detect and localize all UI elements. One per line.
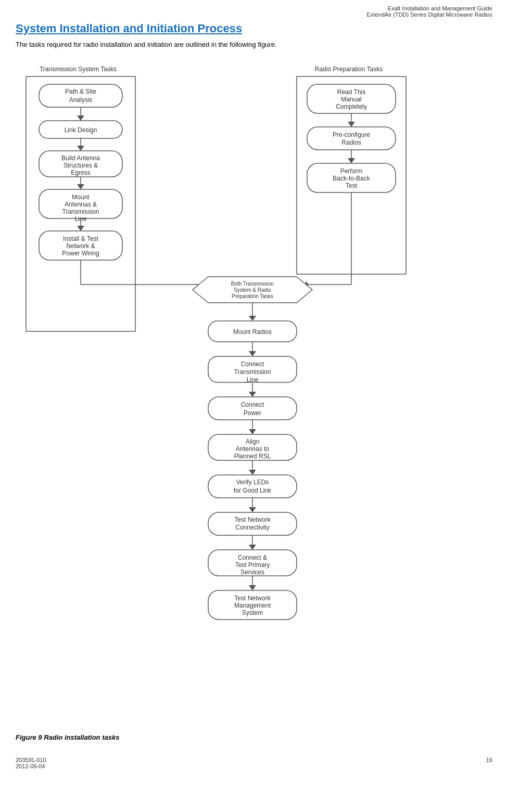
svg-text:Transmission: Transmission [234, 368, 271, 376]
arrowhead-c4 [249, 429, 256, 434]
svg-text:Test Network: Test Network [234, 516, 271, 523]
svg-text:Preparation Tasks: Preparation Tasks [232, 293, 273, 299]
arrowhead1 [77, 115, 84, 121]
svg-text:Mount: Mount [72, 194, 90, 201]
svg-text:System & Radio: System & Radio [234, 287, 271, 293]
arrowhead-c5 [249, 470, 256, 475]
svg-text:Radios: Radios [341, 139, 361, 146]
svg-text:Services: Services [240, 569, 264, 576]
svg-text:Read This: Read This [337, 88, 365, 96]
svg-text:Install & Test: Install & Test [63, 235, 98, 242]
svg-text:Test: Test [346, 182, 358, 189]
svg-text:Build Antenna: Build Antenna [61, 154, 100, 162]
footer-page: 19 [486, 757, 492, 769]
header-block: Exalt Installation and Management Guide … [16, 5, 492, 18]
svg-text:Path & Site: Path & Site [65, 88, 96, 95]
svg-text:Connect: Connect [241, 401, 264, 408]
svg-text:Egress: Egress [71, 169, 90, 176]
svg-text:Test Network: Test Network [234, 595, 271, 602]
svg-text:System: System [242, 609, 263, 616]
svg-text:Analysis: Analysis [69, 96, 93, 104]
right-section-label: Radio Preparation Tasks [315, 66, 383, 73]
svg-text:Link Design: Link Design [65, 126, 97, 134]
svg-text:Test Primary: Test Primary [235, 561, 270, 569]
svg-text:Antennas to: Antennas to [236, 445, 269, 453]
subtitle: The tasks required for radio installatio… [16, 41, 492, 48]
svg-text:Connect: Connect [241, 360, 264, 368]
arrowhead4 [77, 226, 84, 231]
svg-text:Transmission: Transmission [62, 208, 99, 215]
svg-text:Connectivity: Connectivity [235, 524, 269, 531]
svg-text:Mount Radios: Mount Radios [233, 328, 272, 336]
arrowhead-c1 [249, 316, 256, 321]
svg-text:Perform: Perform [340, 167, 363, 175]
svg-text:Structures &: Structures & [63, 162, 98, 169]
footer-doc-number: 203591-010 [16, 757, 46, 763]
svg-text:Connect &: Connect & [238, 554, 267, 561]
footer: 203591-010 2012-09-04 19 [16, 757, 492, 769]
page-title: System Installation and Initiation Proce… [16, 22, 492, 35]
arrowhead3 [77, 184, 84, 189]
arrowhead-r2 [348, 158, 355, 163]
diagram: Transmission System Tasks Radio Preparat… [16, 61, 494, 727]
svg-text:Back-to-Back: Back-to-Back [333, 175, 370, 182]
svg-text:for Good Link: for Good Link [234, 487, 272, 494]
svg-text:Line: Line [247, 376, 259, 383]
arrowhead-c6 [249, 507, 256, 512]
svg-text:Power: Power [244, 409, 261, 417]
arrowhead-r1 [348, 122, 355, 127]
svg-text:Verify LEDs: Verify LEDs [236, 479, 269, 486]
svg-text:Antennas &: Antennas & [65, 201, 97, 208]
svg-text:Planned RSL: Planned RSL [234, 453, 271, 460]
arrowhead-c8 [249, 585, 256, 590]
figure-label: Figure 9 Radio installation tasks [16, 733, 119, 741]
svg-text:Management: Management [234, 602, 271, 609]
arrowhead2 [77, 146, 84, 151]
header-line2: ExtendAir (TDD) Series Digital Microwave… [16, 11, 492, 18]
footer-date: 2012-09-04 [16, 763, 46, 769]
svg-text:Pre-configure: Pre-configure [333, 131, 370, 138]
left-section-label: Transmission System Tasks [40, 66, 117, 73]
svg-text:Network &: Network & [66, 242, 95, 250]
figure-caption: Figure 9 Radio installation tasks [16, 733, 492, 741]
svg-text:Both Transmission: Both Transmission [231, 281, 274, 287]
header-line1: Exalt Installation and Management Guide [16, 5, 492, 11]
svg-text:Completely: Completely [336, 103, 367, 110]
svg-text:Align: Align [246, 438, 260, 445]
arrowhead-c3 [249, 392, 256, 397]
footer-left: 203591-010 2012-09-04 [16, 757, 46, 769]
svg-text:Power Wiring: Power Wiring [62, 250, 99, 257]
arrowhead-c2 [249, 351, 256, 356]
node-preconfigure [307, 127, 396, 150]
svg-text:Manual: Manual [341, 96, 361, 103]
arrowhead-c7 [249, 545, 256, 550]
